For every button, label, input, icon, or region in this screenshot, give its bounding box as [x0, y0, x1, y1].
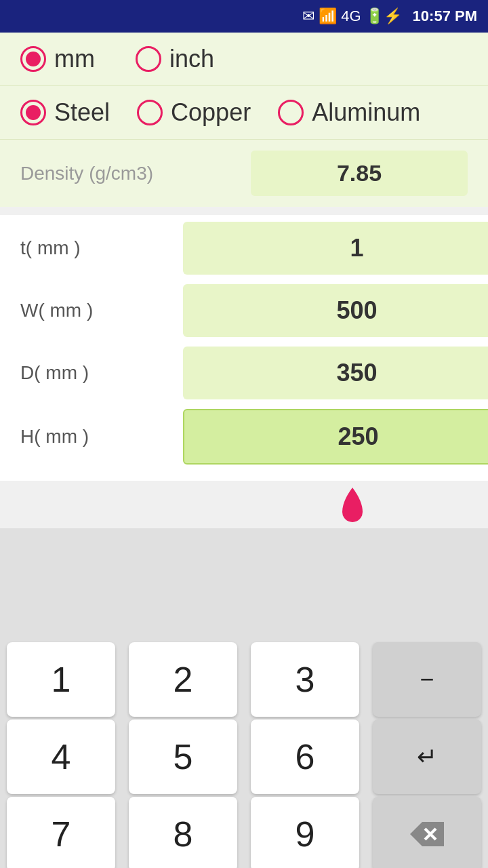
d-input[interactable]	[183, 347, 488, 399]
drop-icon	[336, 488, 369, 528]
w-row: W( mm )	[20, 284, 468, 337]
backspace-icon	[410, 822, 444, 846]
keyboard-row-3: 7 8 9	[0, 797, 488, 868]
status-icons: ✉ 📶 4G 🔋⚡	[302, 7, 401, 25]
copper-label: Copper	[171, 98, 251, 127]
signal-icon: 📶	[319, 7, 337, 25]
steel-label: Steel	[54, 98, 110, 127]
cursor-indicator	[217, 488, 488, 528]
key-9[interactable]: 9	[251, 797, 359, 868]
h-input[interactable]	[183, 409, 488, 465]
inch-radio-circle[interactable]	[136, 46, 161, 72]
density-input[interactable]	[251, 151, 468, 196]
key-6[interactable]: 6	[251, 719, 359, 794]
steel-radio[interactable]: Steel	[20, 98, 110, 127]
key-minus[interactable]: −	[373, 642, 481, 717]
t-row: t( mm )	[20, 222, 468, 275]
mm-radio[interactable]: mm	[20, 45, 95, 73]
aluminum-radio-circle[interactable]	[278, 100, 304, 125]
aluminum-radio[interactable]: Aluminum	[278, 98, 420, 127]
key-3[interactable]: 3	[251, 642, 359, 717]
key-5[interactable]: 5	[129, 719, 237, 794]
material-selector: Steel Copper Aluminum	[0, 86, 488, 140]
t-input[interactable]	[183, 222, 488, 275]
mm-radio-circle[interactable]	[20, 46, 46, 72]
key-4[interactable]: 4	[7, 719, 115, 794]
key-8[interactable]: 8	[129, 797, 237, 868]
key-2[interactable]: 2	[129, 642, 237, 717]
keyboard: 1 2 3 − 4 5 6 ↵ 7 8 9 , 0 .	[0, 637, 488, 868]
input-section: t( mm ) W( mm ) D( mm ) H( mm )	[0, 215, 488, 481]
d-label: D( mm )	[20, 362, 183, 384]
key-enter[interactable]: ↵	[373, 719, 481, 794]
key-7[interactable]: 7	[7, 797, 115, 868]
mail-icon: ✉	[302, 7, 314, 25]
w-input[interactable]	[183, 284, 488, 337]
keyboard-row-2: 4 5 6 ↵	[0, 719, 488, 794]
density-section: Density (g/cm3)	[0, 140, 488, 207]
key-backspace[interactable]	[373, 797, 481, 868]
t-label: t( mm )	[20, 237, 183, 259]
d-row: D( mm )	[20, 347, 468, 399]
keyboard-spacer	[0, 528, 488, 637]
steel-radio-circle[interactable]	[20, 100, 46, 125]
copper-radio-circle[interactable]	[137, 100, 163, 125]
key-1[interactable]: 1	[7, 642, 115, 717]
inch-radio[interactable]: inch	[136, 45, 214, 73]
copper-radio[interactable]: Copper	[137, 98, 251, 127]
network-icon: 4G	[341, 7, 361, 25]
h-row: H( mm )	[20, 409, 468, 465]
unit-selector: mm inch	[0, 33, 488, 86]
svg-marker-0	[410, 822, 444, 846]
keyboard-row-1: 1 2 3 −	[0, 642, 488, 717]
inch-label: inch	[169, 45, 214, 73]
clock: 10:57 PM	[413, 7, 477, 25]
h-label: H( mm )	[20, 426, 183, 448]
density-label: Density (g/cm3)	[20, 163, 153, 184]
w-label: W( mm )	[20, 300, 183, 321]
mm-label: mm	[54, 45, 95, 73]
battery-icon: 🔋⚡	[365, 7, 402, 25]
status-bar: ✉ 📶 4G 🔋⚡ 10:57 PM	[0, 0, 488, 33]
aluminum-label: Aluminum	[312, 98, 420, 127]
